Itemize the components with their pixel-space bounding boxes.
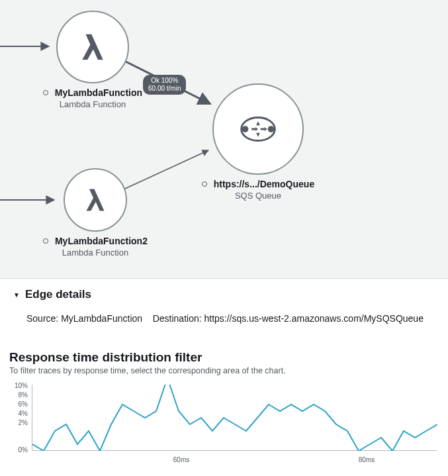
response-time-chart-section: Response time distribution filter To fil…	[0, 337, 448, 476]
status-indicator	[202, 181, 207, 187]
node-sqs[interactable]: https://s.../DemoQueue SQS Queue	[192, 83, 324, 201]
status-indicator	[43, 90, 48, 95]
chart-subtitle: To filter traces by response time, selec…	[9, 366, 439, 375]
sqs-icon	[232, 103, 284, 155]
svg-point-5	[242, 126, 249, 132]
y-tick: 8%	[9, 391, 28, 399]
line-series	[32, 385, 437, 451]
edge-details-heading: Edge details	[25, 288, 91, 301]
edge-details-text: Source: MyLambdaFunction Destination: ht…	[26, 313, 435, 324]
lambda-icon	[79, 184, 111, 216]
node-title: https://s.../DemoQueue	[214, 179, 314, 189]
chart-title: Response time distribution filter	[9, 350, 439, 365]
node-subtitle: SQS Queue	[192, 191, 324, 201]
node-title: MyLambdaFunction	[55, 87, 142, 98]
edge-details-toggle[interactable]: ▼ Edge details	[13, 288, 435, 301]
caret-down-icon: ▼	[13, 291, 20, 299]
svg-point-6	[268, 126, 275, 132]
node-subtitle: Lambda Function	[29, 248, 161, 258]
service-map[interactable]: MyLambdaFunction Lambda Function MyLambd…	[0, 0, 448, 278]
node-subtitle: Lambda Function	[26, 99, 159, 109]
y-tick: 0%	[9, 446, 28, 453]
edge-badge-line2: 60.00 t/min	[148, 85, 181, 93]
edge-details-panel: ▼ Edge details Source: MyLambdaFunction …	[0, 278, 448, 337]
chart[interactable]: 10% 8% 6% 4% 2% 0% 60ms 80ms	[9, 385, 439, 476]
node-lambda-2[interactable]: MyLambdaFunction2 Lambda Function	[29, 168, 161, 258]
node-title: MyLambdaFunction2	[55, 236, 148, 246]
status-indicator	[43, 238, 48, 244]
y-tick: 6%	[9, 401, 28, 408]
x-tick: 80ms	[359, 456, 375, 463]
node-lambda-1[interactable]: MyLambdaFunction Lambda Function	[26, 11, 159, 109]
y-tick: 10%	[9, 382, 28, 389]
x-tick: 60ms	[173, 456, 189, 463]
y-tick: 4%	[9, 410, 28, 417]
y-tick: 2%	[9, 419, 28, 426]
plot-area[interactable]	[32, 385, 437, 451]
edge-metrics-badge: Ok 100% 60.00 t/min	[143, 75, 186, 95]
lambda-icon	[74, 28, 111, 66]
edge-badge-line1: Ok 100%	[148, 77, 181, 85]
